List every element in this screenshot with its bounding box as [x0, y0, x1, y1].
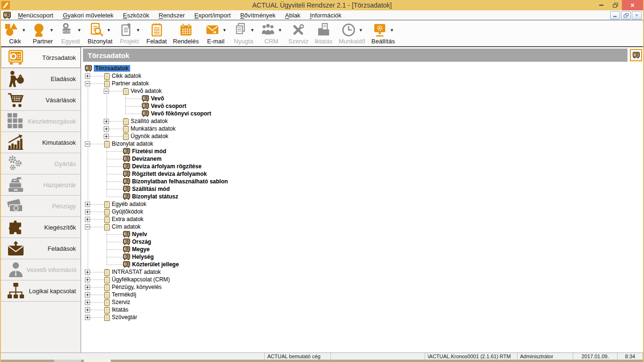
- tree-notepad-icon[interactable]: [104, 269, 110, 276]
- tree-node-label[interactable]: Iktatás: [112, 306, 128, 313]
- menu-item-eszk-z-k[interactable]: Eszközök: [118, 10, 154, 20]
- tree-node-label[interactable]: Rögzített deviza árfolyamok: [132, 171, 207, 177]
- minimize-button[interactable]: [594, 0, 608, 10]
- dropdown-arrow-icon[interactable]: ▼: [50, 28, 54, 33]
- mdi-close-button[interactable]: ×: [632, 11, 642, 19]
- tree-node-label[interactable]: Devizanem: [132, 156, 162, 162]
- tree-node-label[interactable]: Bizonylatban felhasználható sablon: [132, 178, 228, 185]
- tree-node-label[interactable]: Vevõ fõkönyvi csoport: [151, 110, 211, 117]
- tree-notepad-icon[interactable]: [104, 299, 110, 306]
- toolbar-button-rendel-s[interactable]: Rendelés: [171, 21, 201, 45]
- tree-node-label[interactable]: Nyelv: [132, 231, 147, 238]
- menu-item-b-v-tm-nyek[interactable]: Bővítmények: [235, 10, 280, 20]
- tree-node-label[interactable]: Ügyfélkapcsolat (CRM): [112, 276, 170, 283]
- tree-notepad-icon[interactable]: [104, 208, 110, 215]
- sidebar-item-elad-sok[interactable]: Eladások: [1, 68, 81, 90]
- tree-node-label[interactable]: Szállítási mód: [132, 186, 170, 192]
- mdi-restore-button[interactable]: [621, 11, 631, 19]
- tree-node-label[interactable]: Vevõ: [151, 95, 164, 102]
- tree-expander-plus[interactable]: [85, 209, 90, 214]
- tree-safe-icon[interactable]: [123, 261, 130, 268]
- tree-safe-icon[interactable]: [142, 103, 149, 109]
- tree-expander-minus[interactable]: [85, 141, 90, 147]
- toolbar-button-partner[interactable]: ▼Partner: [30, 21, 56, 45]
- toolbar-button-cikk[interactable]: ▼Cikk: [2, 21, 28, 45]
- tree-notepad-icon[interactable]: [123, 125, 129, 132]
- dropdown-arrow-icon[interactable]: ▼: [223, 28, 227, 33]
- tree-safe-icon[interactable]: [123, 193, 130, 200]
- sidebar-item-kieg-sz-t-k[interactable]: Kiegészítők: [1, 217, 81, 238]
- close-button[interactable]: ×: [622, 0, 643, 10]
- tree-node-label[interactable]: Bizonylat adatok: [112, 140, 153, 147]
- tree-expander-plus[interactable]: [85, 270, 90, 275]
- tree-notepad-icon[interactable]: [104, 314, 110, 321]
- tree-node-label[interactable]: Extra adatok: [112, 216, 143, 222]
- tree-expander-plus[interactable]: [104, 134, 109, 139]
- tree-expander-minus[interactable]: [85, 224, 90, 230]
- tree-safe-icon[interactable]: [85, 65, 92, 72]
- tree-safe-icon[interactable]: [123, 239, 130, 245]
- tree-node-label[interactable]: INTRASTAT adatok: [112, 269, 161, 275]
- tree-node-label[interactable]: Megye: [132, 246, 149, 253]
- tree-node-label[interactable]: Szállító adatok: [131, 118, 168, 124]
- tree-node-label[interactable]: Vevõ adatok: [131, 88, 162, 94]
- tree-notepad-icon[interactable]: [123, 88, 129, 95]
- sidebar-item-felad-sok[interactable]: Feladások: [1, 238, 81, 259]
- tree-expander-minus[interactable]: [104, 89, 109, 94]
- tree-expander-plus[interactable]: [104, 126, 109, 132]
- tree-notepad-icon[interactable]: [123, 133, 129, 140]
- tree-node-label[interactable]: Partner adatok: [112, 80, 149, 87]
- tree-safe-icon[interactable]: [123, 163, 130, 170]
- dropdown-arrow-icon[interactable]: ▼: [107, 28, 111, 33]
- tree-expander-plus[interactable]: [85, 285, 90, 290]
- tree-node-label[interactable]: Gyûjtõkódok: [112, 208, 143, 215]
- mdi-minimize-button[interactable]: [610, 11, 620, 19]
- tree-safe-icon[interactable]: [123, 178, 130, 185]
- tree-node-label[interactable]: Vevõ csoport: [151, 103, 186, 109]
- tree-notepad-icon[interactable]: [104, 73, 110, 80]
- sidebar-item-logikai-kapcsolat[interactable]: Logikai kapcsolat: [1, 280, 81, 302]
- tree-node-label[interactable]: Közterület jellege: [132, 261, 179, 268]
- tree-expander-plus[interactable]: [104, 119, 109, 124]
- sidebar-item-kimutat-sok[interactable]: Kimutatások: [1, 132, 81, 153]
- tree-notepad-icon[interactable]: [104, 223, 110, 230]
- menu-item-inform-ci-k[interactable]: Információk: [305, 10, 346, 20]
- tree-expander-plus[interactable]: [85, 217, 90, 222]
- tree-safe-icon[interactable]: [123, 148, 130, 155]
- toolbar-button-e-mail[interactable]: ▼E-mail: [203, 21, 229, 45]
- tree-expander-plus[interactable]: [85, 307, 90, 313]
- tree-node-label[interactable]: Fizetési mód: [132, 148, 166, 155]
- toolbar-button-bizonylat[interactable]: ▼Bizonylat: [85, 21, 115, 45]
- tree-node-label[interactable]: Pénzügy, könyvelés: [112, 284, 162, 290]
- tree-safe-icon[interactable]: [123, 156, 130, 162]
- menu-item-gyakori-m-veletek[interactable]: Gyakori műveletek: [58, 10, 118, 20]
- tree-expander-plus[interactable]: [85, 292, 90, 297]
- tree-notepad-icon[interactable]: [104, 291, 110, 298]
- tree-node-label[interactable]: Szerviz: [112, 299, 130, 305]
- tree-node-label[interactable]: Bizonylat státusz: [132, 193, 178, 200]
- tree-notepad-icon[interactable]: [104, 80, 110, 87]
- tree-node-label[interactable]: Cikk adatok: [112, 73, 141, 79]
- tree-expander-plus[interactable]: [85, 315, 90, 320]
- tree-expander-plus[interactable]: [85, 300, 90, 305]
- menu-item-ablak[interactable]: Ablak: [281, 10, 305, 20]
- tree-safe-icon[interactable]: [123, 231, 130, 238]
- tree-node-label[interactable]: Helység: [132, 254, 154, 260]
- tree-node-label[interactable]: Ügynök adatok: [131, 133, 168, 140]
- tree-node-label[interactable]: Egyéb adatok: [112, 201, 146, 207]
- dropdown-arrow-icon[interactable]: ▼: [390, 28, 394, 33]
- tree-expander-plus[interactable]: [85, 202, 90, 207]
- tree-node-label[interactable]: Termékdíj: [112, 291, 136, 298]
- dropdown-arrow-icon[interactable]: ▼: [22, 28, 26, 33]
- tree-safe-icon[interactable]: [142, 110, 149, 117]
- tree-notepad-icon[interactable]: [104, 216, 110, 223]
- menu-item-men-csoport[interactable]: Menücsoport: [13, 10, 58, 20]
- tree-expander-plus[interactable]: [85, 74, 90, 79]
- sidebar-item-t-rzsadatok[interactable]: Törzsadatok: [1, 47, 81, 68]
- toolbar-button-be-ll-t-s[interactable]: ▼Beállítás: [369, 21, 397, 45]
- tree-notepad-icon[interactable]: [123, 118, 129, 125]
- tree-notepad-icon[interactable]: [104, 201, 110, 208]
- tree-safe-icon[interactable]: [123, 186, 130, 192]
- menu-item-export-import[interactable]: Export/import: [190, 10, 235, 20]
- tree-node-label[interactable]: Szövegtár: [112, 314, 137, 321]
